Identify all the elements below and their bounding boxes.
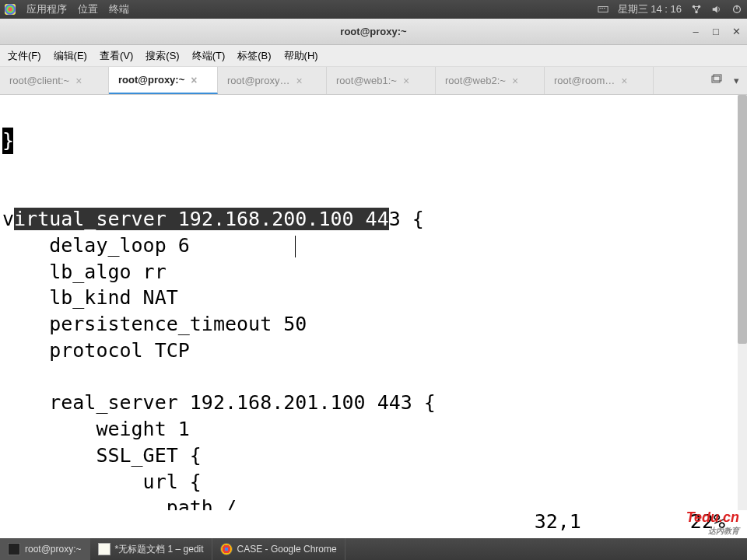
terminal-selection: irtual_server 192.168.200.100 44: [14, 208, 389, 230]
close-icon[interactable]: ×: [191, 74, 197, 86]
terminal-line: persistence_timeout 50: [2, 313, 307, 335]
watermark: Tedu.cn 达内教育: [686, 509, 739, 537]
terminal-line: delay_loop 6: [2, 234, 190, 257]
terminal-content[interactable]: } virtual_server 192.168.200.100 443 { d…: [0, 95, 747, 538]
terminal-line: real_server 192.168.201.100 443 {: [2, 391, 436, 414]
system-top-panel: 应用程序 位置 终端 星期三 14 : 16: [0, 0, 747, 19]
cursor-position: 32,1: [535, 510, 581, 538]
menu-view[interactable]: 查看(V): [95, 47, 138, 65]
network-icon[interactable]: [691, 4, 702, 15]
menu-applications[interactable]: 应用程序: [26, 2, 67, 16]
menu-file[interactable]: 文件(F): [3, 47, 46, 65]
close-icon[interactable]: ×: [512, 75, 518, 87]
menu-edit[interactable]: 编辑(E): [49, 47, 92, 65]
tab-label: root@room…: [554, 75, 615, 86]
tab-web1[interactable]: root@web1:~×: [327, 67, 436, 94]
menu-terminal[interactable]: 终端: [109, 2, 129, 16]
minimize-button[interactable]: –: [689, 26, 702, 38]
menu-help[interactable]: 帮助(H): [279, 47, 323, 65]
terminal-line: SSL_GET {: [2, 444, 202, 467]
terminal-line: }: [2, 128, 13, 154]
tab-menu-icon[interactable]: ▾: [734, 75, 739, 86]
tab-label: root@proxy:~: [118, 74, 184, 86]
svg-rect-0: [598, 7, 608, 12]
text-cursor-icon: [295, 236, 296, 257]
taskbar: root@proxy:~ *无标题文档 1 – gedit CASE - Goo…: [0, 538, 747, 560]
terminal-tabbar: root@client:~× root@proxy:~× root@proxy……: [0, 67, 747, 95]
tab-web2[interactable]: root@web2:~×: [436, 67, 545, 94]
terminal-line: protocol TCP: [2, 339, 190, 362]
close-icon[interactable]: ×: [296, 75, 302, 87]
tab-label: root@client:~: [9, 75, 69, 86]
terminal-line: weight 1: [2, 418, 190, 440]
keyboard-icon[interactable]: [598, 4, 608, 15]
terminal-icon: [8, 543, 20, 555]
menu-search[interactable]: 搜索(S): [141, 47, 184, 65]
taskbar-label: *无标题文档 1 – gedit: [115, 543, 204, 556]
taskbar-label: CASE - Google Chrome: [237, 544, 337, 555]
close-icon[interactable]: ×: [621, 75, 627, 87]
taskbar-label: root@proxy:~: [25, 544, 82, 555]
menubar: 文件(F) 编辑(E) 查看(V) 搜索(S) 终端(T) 标签(B) 帮助(H…: [0, 45, 747, 67]
window-title: root@proxy:~: [340, 26, 406, 37]
watermark-sub: 达内教育: [686, 526, 739, 537]
window-titlebar: root@proxy:~ – □ ✕: [0, 19, 747, 45]
watermark-main: Tedu.cn: [686, 509, 739, 525]
gedit-icon: [98, 543, 110, 555]
scrollbar[interactable]: [738, 95, 747, 538]
tab-room[interactable]: root@room…×: [545, 67, 654, 94]
menu-places[interactable]: 位置: [78, 2, 98, 16]
terminal-line: url {: [2, 471, 202, 493]
terminal-line: lb_algo rr: [2, 261, 167, 283]
volume-icon[interactable]: [711, 4, 722, 15]
chrome-icon: [220, 543, 233, 555]
svg-rect-3: [604, 8, 605, 9]
close-icon[interactable]: ×: [75, 75, 82, 87]
tab-label: root@web2:~: [445, 75, 506, 86]
vim-status-line: 32,1 22%: [0, 510, 747, 538]
maximize-button[interactable]: □: [710, 26, 722, 38]
tab-label: root@web1:~: [336, 75, 397, 86]
tab-proxy2[interactable]: root@proxy…×: [218, 67, 327, 94]
clock[interactable]: 星期三 14 : 16: [618, 2, 682, 16]
tab-client[interactable]: root@client:~×: [0, 67, 109, 94]
svg-rect-2: [601, 8, 603, 9]
terminal-line: lb_kind NAT: [2, 286, 178, 309]
tab-label: root@proxy…: [227, 75, 289, 86]
taskbar-item-terminal[interactable]: root@proxy:~: [0, 538, 90, 560]
scrollbar-thumb[interactable]: [738, 95, 747, 344]
close-icon[interactable]: ×: [403, 75, 409, 87]
taskbar-item-gedit[interactable]: *无标题文档 1 – gedit: [90, 538, 212, 560]
menu-tabs[interactable]: 标签(B): [233, 47, 275, 65]
svg-rect-1: [599, 8, 601, 9]
gnome-logo-icon: [5, 4, 16, 15]
terminal-line: 3 {: [389, 208, 424, 230]
new-tab-icon[interactable]: [710, 73, 723, 88]
menu-terminal-app[interactable]: 终端(T): [188, 47, 230, 65]
taskbar-item-chrome[interactable]: CASE - Google Chrome: [212, 538, 345, 560]
tab-proxy[interactable]: root@proxy:~×: [109, 67, 218, 94]
power-icon[interactable]: [731, 4, 742, 15]
close-button[interactable]: ✕: [730, 26, 742, 38]
